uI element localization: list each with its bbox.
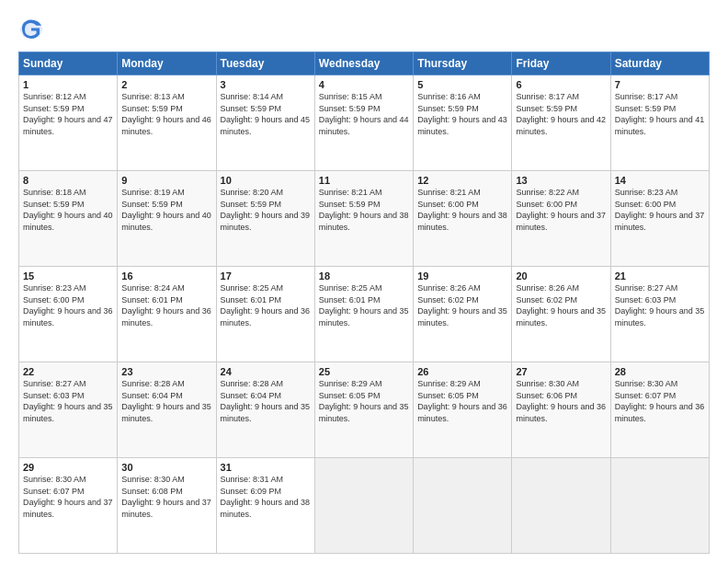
sunset-label: Sunset: 6:01 PM	[319, 295, 381, 304]
calendar-day-cell: 13 Sunrise: 8:22 AM Sunset: 6:00 PM Dayl…	[512, 171, 610, 267]
day-info: Sunrise: 8:18 AM Sunset: 5:59 PM Dayligh…	[23, 187, 113, 233]
sunset-label: Sunset: 6:00 PM	[516, 200, 577, 209]
sunset-label: Sunset: 5:59 PM	[319, 104, 381, 113]
daylight-label: Daylight: 9 hours and 44 minutes.	[319, 115, 409, 136]
weekday-header-tuesday: Tuesday	[216, 52, 314, 75]
calendar-table: SundayMondayTuesdayWednesdayThursdayFrid…	[18, 52, 710, 554]
sunset-label: Sunset: 5:59 PM	[319, 200, 381, 209]
calendar-day-cell: 6 Sunrise: 8:17 AM Sunset: 5:59 PM Dayli…	[512, 75, 610, 171]
daylight-label: Daylight: 9 hours and 35 minutes.	[23, 402, 113, 423]
day-number: 16	[121, 270, 211, 282]
sunrise-label: Sunrise: 8:31 AM	[221, 475, 284, 484]
sunrise-label: Sunrise: 8:22 AM	[516, 188, 579, 197]
sunrise-label: Sunrise: 8:27 AM	[23, 379, 86, 388]
daylight-label: Daylight: 9 hours and 35 minutes.	[417, 306, 507, 327]
calendar-day-cell: 19 Sunrise: 8:26 AM Sunset: 6:02 PM Dayl…	[414, 267, 512, 362]
sunset-label: Sunset: 6:04 PM	[121, 391, 183, 400]
calendar-day-cell: 16 Sunrise: 8:24 AM Sunset: 6:01 PM Dayl…	[118, 267, 216, 362]
sunset-label: Sunset: 6:01 PM	[121, 295, 183, 304]
sunrise-label: Sunrise: 8:29 AM	[417, 379, 481, 388]
day-number: 31	[221, 462, 311, 473]
calendar-day-cell: 27 Sunrise: 8:30 AM Sunset: 6:06 PM Dayl…	[512, 362, 610, 458]
sunrise-label: Sunrise: 8:27 AM	[615, 283, 678, 293]
day-info: Sunrise: 8:28 AM Sunset: 6:04 PM Dayligh…	[221, 378, 311, 424]
day-number: 29	[23, 462, 113, 473]
day-info: Sunrise: 8:15 AM Sunset: 5:59 PM Dayligh…	[319, 91, 409, 137]
calendar-day-cell: 10 Sunrise: 8:20 AM Sunset: 5:59 PM Dayl…	[216, 171, 314, 267]
calendar-day-cell: 3 Sunrise: 8:14 AM Sunset: 5:59 PM Dayli…	[216, 75, 314, 171]
sunrise-label: Sunrise: 8:17 AM	[615, 92, 678, 101]
sunset-label: Sunset: 6:00 PM	[417, 200, 479, 209]
sunset-label: Sunset: 6:04 PM	[221, 391, 282, 400]
calendar-day-cell: 15 Sunrise: 8:23 AM Sunset: 6:00 PM Dayl…	[19, 267, 118, 362]
day-info: Sunrise: 8:16 AM Sunset: 5:59 PM Dayligh…	[417, 91, 507, 137]
day-number: 15	[23, 270, 113, 282]
day-info: Sunrise: 8:30 AM Sunset: 6:07 PM Dayligh…	[23, 474, 113, 520]
calendar-week-row: 15 Sunrise: 8:23 AM Sunset: 6:00 PM Dayl…	[19, 267, 710, 362]
logo	[18, 17, 48, 42]
day-info: Sunrise: 8:30 AM Sunset: 6:06 PM Dayligh…	[516, 378, 606, 424]
sunset-label: Sunset: 5:59 PM	[516, 104, 577, 113]
day-number: 8	[23, 175, 113, 186]
day-info: Sunrise: 8:17 AM Sunset: 5:59 PM Dayligh…	[615, 91, 705, 137]
sunset-label: Sunset: 6:00 PM	[23, 295, 85, 304]
daylight-label: Daylight: 9 hours and 36 minutes.	[516, 402, 606, 423]
sunset-label: Sunset: 6:02 PM	[417, 295, 479, 304]
sunset-label: Sunset: 6:08 PM	[121, 487, 183, 496]
calendar-day-cell: 26 Sunrise: 8:29 AM Sunset: 6:05 PM Dayl…	[414, 362, 512, 458]
day-info: Sunrise: 8:13 AM Sunset: 5:59 PM Dayligh…	[121, 91, 211, 137]
sunset-label: Sunset: 6:03 PM	[615, 295, 677, 304]
daylight-label: Daylight: 9 hours and 38 minutes.	[319, 211, 409, 232]
day-number: 12	[417, 175, 507, 186]
day-info: Sunrise: 8:31 AM Sunset: 6:09 PM Dayligh…	[221, 474, 311, 520]
day-number: 3	[221, 79, 311, 90]
weekday-header-wednesday: Wednesday	[314, 52, 413, 75]
calendar-day-cell: 11 Sunrise: 8:21 AM Sunset: 5:59 PM Dayl…	[314, 171, 413, 267]
day-number: 5	[417, 79, 507, 90]
calendar-day-cell: 30 Sunrise: 8:30 AM Sunset: 6:08 PM Dayl…	[118, 458, 216, 554]
calendar-day-cell: 7 Sunrise: 8:17 AM Sunset: 5:59 PM Dayli…	[610, 75, 709, 171]
calendar-day-cell: 14 Sunrise: 8:23 AM Sunset: 6:00 PM Dayl…	[610, 171, 709, 267]
sunrise-label: Sunrise: 8:15 AM	[319, 92, 382, 101]
sunrise-label: Sunrise: 8:29 AM	[319, 379, 382, 388]
sunrise-label: Sunrise: 8:30 AM	[121, 475, 185, 484]
day-info: Sunrise: 8:30 AM Sunset: 6:07 PM Dayligh…	[615, 378, 705, 424]
sunrise-label: Sunrise: 8:28 AM	[121, 379, 185, 388]
calendar-day-cell: 25 Sunrise: 8:29 AM Sunset: 6:05 PM Dayl…	[314, 362, 413, 458]
day-number: 11	[319, 175, 409, 186]
sunrise-label: Sunrise: 8:16 AM	[417, 92, 481, 101]
day-number: 1	[23, 79, 113, 90]
day-info: Sunrise: 8:19 AM Sunset: 5:59 PM Dayligh…	[121, 187, 211, 233]
day-number: 24	[221, 366, 311, 377]
day-number: 17	[221, 270, 311, 282]
day-info: Sunrise: 8:23 AM Sunset: 6:00 PM Dayligh…	[23, 282, 113, 328]
calendar-day-cell: 24 Sunrise: 8:28 AM Sunset: 6:04 PM Dayl…	[216, 362, 314, 458]
sunset-label: Sunset: 5:59 PM	[221, 200, 282, 209]
daylight-label: Daylight: 9 hours and 35 minutes.	[121, 402, 211, 423]
day-number: 19	[417, 270, 507, 282]
day-number: 25	[319, 366, 409, 377]
sunset-label: Sunset: 5:59 PM	[615, 104, 677, 113]
header	[18, 17, 710, 42]
day-info: Sunrise: 8:28 AM Sunset: 6:04 PM Dayligh…	[121, 378, 211, 424]
daylight-label: Daylight: 9 hours and 36 minutes.	[221, 306, 311, 327]
daylight-label: Daylight: 9 hours and 37 minutes.	[121, 498, 211, 519]
day-number: 7	[615, 79, 705, 90]
calendar-week-row: 29 Sunrise: 8:30 AM Sunset: 6:07 PM Dayl…	[19, 458, 710, 554]
daylight-label: Daylight: 9 hours and 35 minutes.	[319, 402, 409, 423]
daylight-label: Daylight: 9 hours and 41 minutes.	[615, 115, 705, 136]
day-number: 28	[615, 366, 705, 377]
daylight-label: Daylight: 9 hours and 43 minutes.	[417, 115, 507, 136]
sunrise-label: Sunrise: 8:25 AM	[221, 283, 284, 293]
sunrise-label: Sunrise: 8:25 AM	[319, 283, 382, 293]
calendar-day-cell: 31 Sunrise: 8:31 AM Sunset: 6:09 PM Dayl…	[216, 458, 314, 554]
calendar-day-cell: 17 Sunrise: 8:25 AM Sunset: 6:01 PM Dayl…	[216, 267, 314, 362]
daylight-label: Daylight: 9 hours and 40 minutes.	[23, 211, 113, 232]
sunset-label: Sunset: 6:03 PM	[23, 391, 85, 400]
daylight-label: Daylight: 9 hours and 40 minutes.	[121, 211, 211, 232]
sunrise-label: Sunrise: 8:30 AM	[516, 379, 579, 388]
day-number: 26	[417, 366, 507, 377]
sunrise-label: Sunrise: 8:20 AM	[221, 188, 284, 197]
sunset-label: Sunset: 6:07 PM	[23, 487, 85, 496]
empty-cell	[314, 458, 413, 554]
